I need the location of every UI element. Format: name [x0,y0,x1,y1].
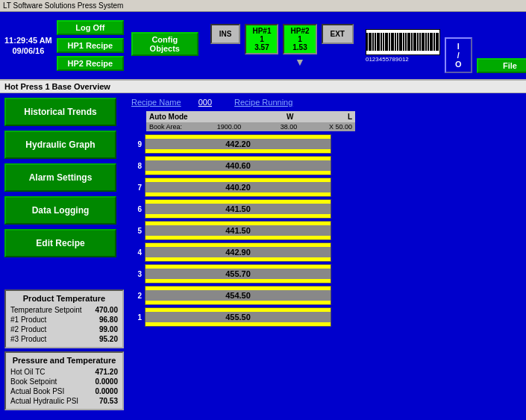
barcode-number: 0123455789012 [366,56,409,63]
layer-number-1: 1 [131,313,142,322]
right-panel: Recipe Name 000 Recipe Running Auto Mode… [131,98,522,410]
station-ext: EXT [322,24,354,44]
layer-number-2: 2 [131,292,142,300]
station-hp2: HP#211.53 [283,24,316,54]
press-layer-8: 8440.60 [131,156,522,175]
layer-top-stripe-1 [145,308,331,312]
pressure-temp-row-1: Book Setpoint 0.0000 [9,377,119,386]
layer-bar-3: 455.70 [145,264,331,283]
layer-top-stripe-8 [145,157,331,160]
press-visualization: Auto Mode W L Book Area: 1900.00 38.00 X… [131,111,522,329]
auto-mode-sub: Book Area: 1900.00 38.00 X 50.00 [146,122,355,131]
section-header: Hot Press 1 Base Overview [0,79,526,93]
press-layer-4: 4442.90 [131,242,522,262]
data-logging-button[interactable]: Data Logging [4,196,116,225]
w-label: W [287,113,293,121]
book-area-label: Book Area: [149,123,182,131]
layer-value-7: 440.20 [225,183,251,192]
stations-area: INS HP#113.57 HP#211.53 ▼ EXT [210,24,354,68]
product-temp-table: Product Temperature Temperature Setpoint… [4,289,124,348]
layer-bar-9: 442.20 [145,134,331,154]
auto-mode-header: Auto Mode W L [146,111,355,122]
io-button[interactable]: I / O [445,37,472,73]
recipe-running-section: Recipe Running [234,98,292,107]
pressure-temp-row-3: Actual Hydraulic PSI 70.53 [9,396,119,406]
product-temp-row-2: #2 Product 99.00 [9,325,119,334]
layer-number-4: 4 [131,248,142,257]
layer-top-stripe-3 [145,265,331,269]
press-layer-1: 1455.50 [131,307,522,327]
edit-recipe-button[interactable]: Edit Recipe [4,229,116,257]
press-layer-2: 2454.50 [131,286,522,305]
press-layers: 9442.208440.607440.206441.505441.504442.… [131,134,522,327]
press-layer-3: 3455.70 [131,264,522,283]
recipe-name-section: Recipe Name 000 [131,98,212,107]
product-temp-row-1: #1 Product 96.80 [9,315,119,325]
hp2-recipe-button[interactable]: HP2 Recipe [57,56,124,71]
layer-number-3: 3 [131,270,142,278]
layer-number-7: 7 [131,184,142,192]
layer-bot-stripe-4 [145,257,331,261]
layer-value-1: 455.50 [225,313,251,322]
datetime-display: 11:29:45 AM 09/06/16 [4,35,52,57]
left-panel: Historical Trends Hydraulic Graph Alarm … [4,98,124,410]
station-ins: INS [210,24,241,44]
alarm-settings-button[interactable]: Alarm Settings [4,163,116,192]
layer-bot-stripe-8 [145,171,331,175]
layer-bot-stripe-5 [145,236,331,239]
recipe-running-label[interactable]: Recipe Running [234,98,292,107]
layer-value-8: 440.60 [225,161,251,170]
layer-value-3: 455.70 [225,269,251,278]
layer-bar-8: 440.60 [145,156,331,175]
file-button[interactable]: File [477,58,526,73]
layer-bot-stripe-9 [145,149,331,153]
product-temp-header: Product Temperature [9,294,119,303]
barcode-area: 0123455789012 [366,29,440,63]
l-label: L [348,113,352,121]
press-layer-9: 9442.20 [131,134,522,154]
historical-trends-button[interactable]: Historical Trends [4,98,116,126]
layer-top-stripe-2 [145,286,331,290]
pressure-temp-header: Pressure and Temperature [9,356,119,365]
layer-value-2: 454.50 [225,291,251,300]
hp1-recipe-button[interactable]: HP1 Recipe [57,38,124,53]
layer-number-5: 5 [131,227,142,235]
recipe-name-label[interactable]: Recipe Name [131,98,181,107]
station-arrow: ▼ [295,56,305,68]
bottom-tables: Product Temperature Temperature Setpoint… [4,289,124,410]
press-layer-5: 5441.50 [131,221,522,240]
layer-bar-2: 454.50 [145,286,331,305]
layer-number-6: 6 [131,205,142,213]
toolbar-buttons: Log Off HP1 Recipe HP2 Recipe [57,20,124,71]
layer-value-9: 442.20 [225,140,251,148]
layer-bar-7: 440.20 [145,178,331,197]
layer-top-stripe-6 [145,200,331,204]
toolbar: 11:29:45 AM 09/06/16 Log Off HP1 Recipe … [0,12,526,79]
product-temp-row-0: Temperature Setpoint 470.00 [9,305,119,315]
layer-bot-stripe-1 [145,322,331,326]
layer-bar-4: 442.90 [145,242,331,262]
hydraulic-graph-button[interactable]: Hydraulic Graph [4,131,116,159]
main-content: Historical Trends Hydraulic Graph Alarm … [0,93,526,415]
barcode-lines [366,31,440,52]
recipe-name-value: 000 [198,98,212,107]
layer-bot-stripe-3 [145,279,331,283]
layer-number-8: 8 [131,162,142,170]
config-objects-button[interactable]: Config Objects [131,32,198,56]
layer-top-stripe-7 [145,178,331,182]
toolbar-right: I / O File [445,15,526,76]
layer-bar-5: 441.50 [145,221,331,240]
pressure-temp-row-0: Hot Oil TC 471.20 [9,367,119,377]
press-layer-7: 7440.20 [131,178,522,197]
press-layer-6: 6441.50 [131,199,522,219]
layer-top-stripe-4 [145,243,331,247]
layer-bar-1: 455.50 [145,307,331,327]
layer-bot-stripe-2 [145,301,331,304]
toolbar-left: 11:29:45 AM 09/06/16 [4,35,52,57]
log-off-button[interactable]: Log Off [57,20,124,35]
layer-value-4: 442.90 [225,248,251,257]
pressure-temp-table: Pressure and Temperature Hot Oil TC 471.… [4,351,124,410]
layer-number-9: 9 [131,140,142,148]
recipe-info: Recipe Name 000 Recipe Running [131,98,522,107]
w-value: 38.00 [281,123,298,131]
